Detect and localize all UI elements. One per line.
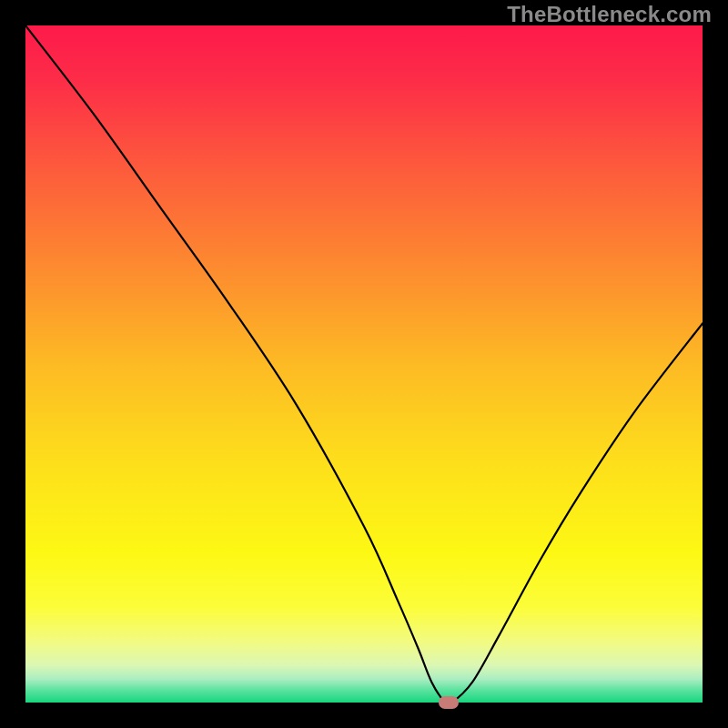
bottleneck-chart [25, 25, 703, 703]
chart-container: TheBottleneck.com [0, 0, 728, 728]
optimal-point-marker [439, 696, 459, 709]
plot-area [25, 25, 703, 703]
chart-background [25, 25, 703, 703]
watermark-label: TheBottleneck.com [507, 2, 712, 27]
